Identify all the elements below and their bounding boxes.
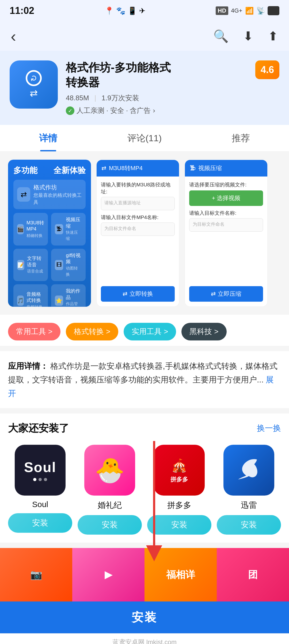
notif-icon-2: 🐾 [116, 6, 126, 15]
ss3-header-icon: 🗜 [190, 165, 196, 172]
notif-icon-3: 📱 [128, 6, 137, 15]
desc-prefix: 应用详情： [8, 362, 48, 370]
ss2-input1[interactable]: 请输入直播源地址 [101, 197, 175, 210]
tags-section: 常用工具 > 格式转换 > 实用工具 > 黑科技 > [0, 315, 289, 346]
app-meta: 48.85M | 1.9万次安装 [66, 93, 279, 103]
ss1-f5-icon: ⭐ [55, 296, 63, 306]
hd-icon: HD [216, 6, 229, 15]
soul-app-icon[interactable]: Soul [15, 445, 66, 496]
ss1-f2-icon: 📝 [17, 260, 24, 270]
pdd-app-icon[interactable]: 🎪 拼多多 [154, 445, 205, 496]
strip-item-4[interactable]: 团 [217, 548, 289, 601]
also-installed-section: 大家还安装了 换一换 Soul Soul 安装 [0, 413, 289, 543]
ss2-input2[interactable]: 为目标文件命名 [101, 223, 175, 236]
ss2-field1: 请输入要转换的M3U8路径或地址: 请输入直播源地址 [101, 181, 175, 210]
ss1-f2-text: 文字转语音语音合成 [27, 255, 44, 274]
tag-common-tools[interactable]: 常用工具 > [8, 323, 60, 340]
xunlei-app-icon[interactable] [223, 445, 274, 496]
ss1-app-desc: 格式作坊您最喜欢的格式转换工具 [33, 183, 82, 205]
safety-badge-icon: ✓ [66, 106, 74, 115]
tag-practical-tools[interactable]: 实用工具 > [124, 323, 176, 340]
ss2-header: ⇄ M3U8转MP4 [97, 160, 179, 177]
ss2-header-icon: ⇄ [101, 165, 106, 172]
hunli-app-name: 婚礼纪 [98, 500, 122, 511]
signal-bars: 📶 [245, 7, 254, 15]
soul-dot-2 [39, 478, 42, 481]
ss1-title2: 全新体验 [54, 165, 86, 176]
pdd-app-name: 拼多多 [167, 500, 191, 511]
tag-format-convert[interactable]: 格式转换 > [66, 323, 118, 340]
ss3-field2: 请输入目标文件名称: 为目标文件命名 [189, 210, 263, 232]
soul-dot-1 [33, 478, 36, 481]
main-install-button[interactable]: 安装 [132, 610, 157, 625]
share-icon[interactable]: ⬆ [268, 29, 278, 43]
download-icon[interactable]: ⬇ [243, 29, 253, 43]
ss3-header-text: 视频压缩 [198, 164, 222, 172]
tab-details[interactable]: 详情 [0, 125, 96, 151]
ss1-f3-icon: 🎞 [55, 260, 63, 270]
app-card-soul: Soul Soul 安装 [8, 445, 72, 535]
ss1-feature-2: 📝 文字转语音语音合成 [13, 249, 48, 281]
screenshot-2: ⇄ M3U8转MP4 请输入要转换的M3U8路径或地址: 请输入直播源地址 请输… [96, 160, 179, 307]
tab-reviews[interactable]: 评论(11) [96, 125, 193, 151]
refresh-button[interactable]: 换一换 [257, 423, 281, 434]
app-card-xunlei: 迅雷 安装 [217, 445, 281, 535]
ss1-f0-text: M3U8转MP4精确转换 [26, 220, 44, 239]
ss1-header: 多功能 全新体验 [13, 165, 86, 176]
section-header: 大家还安装了 换一换 [8, 421, 281, 435]
strip-item-2[interactable]: ▶ [72, 548, 144, 601]
xunlei-install-btn[interactable]: 安装 [217, 515, 281, 535]
pdd-text: 拼多多 [170, 476, 188, 484]
tag-black-tech[interactable]: 黑科技 > [181, 323, 226, 340]
search-icon[interactable]: 🔍 [213, 29, 229, 43]
ss1-feature-4: 🎵 音频格式转换音频转换 [13, 284, 48, 307]
tabs-container: 详情 评论(11) 推荐 [0, 125, 289, 152]
rating-badge: 4.6 [255, 60, 279, 79]
ss1-feature-3: 🎞 gif转视频动图转换 [51, 249, 86, 281]
description-text: 应用详情： 格式作坊是一款安卓格式转换器,手机媒体格式式转换，媒体格式提取，文字… [8, 359, 281, 400]
ss3-body: 请选择要压缩的视频文件: + 选择视频 请输入目标文件名称: 为目标文件命名 ⇄… [185, 177, 267, 306]
ss2-label2: 请输入目标文件MP4名称: [101, 214, 175, 221]
strip-icon-1: 📷 [30, 569, 42, 580]
ss2-btn[interactable]: ⇄ 立即转换 [101, 286, 175, 302]
soul-install-btn[interactable]: 安装 [8, 513, 72, 533]
ss1-f4-text: 音频格式转换音频转换 [26, 291, 44, 307]
ss2-label1: 请输入要转换的M3U8路径或地址: [101, 181, 175, 195]
ss1-title1: 多功能 [13, 165, 37, 176]
hunli-install-btn[interactable]: 安装 [78, 515, 142, 535]
xunlei-bird-svg [233, 454, 265, 486]
ss3-input[interactable]: 为目标文件命名 [189, 218, 263, 232]
ss1-f1-text: 视频压缩快速压缩 [66, 217, 82, 242]
back-button[interactable]: ‹ [11, 27, 16, 45]
status-icons-right: HD 4G+ 📶 📡 95 [216, 6, 279, 15]
strip-item-1[interactable]: 📷 [0, 548, 72, 601]
ss1-feature-0: 🎬 M3U8转MP4精确转换 [13, 213, 48, 246]
strip-icon-2: ▶ [105, 569, 112, 580]
soul-text: Soul [24, 459, 56, 475]
ss1-f1-icon: 🗜 [55, 224, 63, 234]
safety-arrow: › [153, 106, 155, 115]
ss2-body: 请输入要转换的M3U8路径或地址: 请输入直播源地址 请输入目标文件MP4名称:… [97, 177, 179, 306]
notif-icon-4: ✈ [139, 6, 145, 15]
screenshot-1: 多功能 全新体验 ⇄ 格式作坊您最喜欢的格式转换工具 🎬 M3U8转MP4精确转… [8, 160, 91, 307]
strip-item-3[interactable]: 福相详 [144, 548, 217, 601]
screenshots-scroll[interactable]: 多功能 全新体验 ⇄ 格式作坊您最喜欢的格式转换工具 🎬 M3U8转MP4精确转… [0, 160, 289, 307]
soul-dot-3 [44, 478, 47, 481]
soul-app-name: Soul [32, 500, 48, 509]
ss1-feature-5: ⭐ 我的作品作品管理 [51, 284, 86, 307]
ss3-btn1[interactable]: + 选择视频 [189, 190, 263, 206]
ss3-btn2[interactable]: ⇄ 立即压缩 [189, 286, 263, 302]
notification-icons: 📍 🐾 📱 ✈ [105, 6, 145, 15]
ss3-field1: 请选择要压缩的视频文件: + 选择视频 [189, 181, 263, 206]
app-safety[interactable]: ✓ 人工亲测 · 安全 · 含广告 › [66, 106, 279, 115]
pdd-install-btn[interactable]: 安装 [147, 515, 211, 535]
app-installs: 1.9万次安装 [102, 93, 139, 103]
tab-recommend[interactable]: 推荐 [193, 125, 289, 151]
hunli-emoji: 🐣 [95, 456, 125, 484]
section-title: 大家还安装了 [8, 421, 69, 435]
ss3-header: 🗜 视频压缩 [185, 160, 267, 177]
ss1-f3-text: gif转视频动图转换 [66, 252, 82, 278]
app-size: 48.85M [66, 94, 89, 102]
hunli-app-icon[interactable]: 🐣 [84, 445, 135, 496]
ss1-app-icon: ⇄ [17, 187, 30, 202]
